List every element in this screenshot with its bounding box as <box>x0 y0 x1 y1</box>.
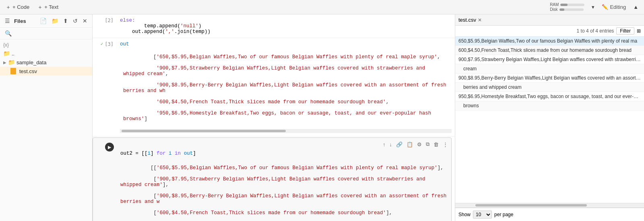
editing-status: ✏️ Editing <box>602 4 626 10</box>
sidebar-tree: {x} 📁 .. ▶ 📁 sample_data test.csv <box>0 39 92 221</box>
delete-button[interactable]: 🗑 <box>432 141 440 148</box>
top-bar-right: RAM Disk ▾ ✏️ Editing ▲ <box>550 2 641 12</box>
code-line: temp.append('null') <box>120 23 452 29</box>
editing-collapse-button[interactable]: ▲ <box>631 3 641 11</box>
ram-label: RAM <box>550 2 559 7</box>
code-line: out.append(','.join(temp)) <box>120 29 452 35</box>
top-bar-left: ＋ + Code ＋ + Text <box>3 3 61 12</box>
move-up-button[interactable]: ↑ <box>381 141 387 148</box>
data-row-4: 900,$8.95,Berry-Berry Belgian Waffles,Li… <box>455 74 644 83</box>
cell-4: ▶ ↑ ↓ 🔗 📋 ⚙ ⧉ 🗑 ⋮ out2 = [[i] for i in o… <box>93 137 452 221</box>
new-file-button[interactable]: 📄 <box>38 17 48 25</box>
right-panel-info: 1 to 4 of 4 entries Filter ⊞ <box>455 26 644 37</box>
scrollbar-thumb-right <box>475 204 587 207</box>
move-down-button[interactable]: ↓ <box>388 141 394 148</box>
columns-button[interactable]: ⊞ <box>637 28 641 34</box>
add-text-button[interactable]: ＋ + Text <box>35 3 61 12</box>
disk-row: Disk <box>550 7 584 12</box>
cell-4-gutter: ▶ <box>93 139 117 221</box>
sidebar-item-sample-data[interactable]: ▶ 📁 sample_data <box>0 58 92 67</box>
tab-close-button[interactable]: ✕ <box>478 17 482 23</box>
new-folder-button[interactable]: 📁 <box>50 17 60 25</box>
top-bar: ＋ + Code ＋ + Text RAM Disk ▾ ✏️ <box>0 0 644 14</box>
pencil-icon: ✏️ <box>602 4 608 10</box>
tab-label: test.csv <box>458 17 476 23</box>
disk-fill <box>559 8 564 11</box>
cell-3: ✓ [3] out ['650,$5.95,Belgian Waffles,Tw… <box>93 38 455 137</box>
data-row-1: 650,$5.95,Belgian Waffles,Two of our fam… <box>455 37 644 46</box>
filter-button[interactable]: Filter <box>616 27 634 35</box>
duplicate-button[interactable]: ⧉ <box>424 140 431 148</box>
data-row-3: 900,$7.95,Strawberry Belgian Waffles,Lig… <box>455 55 644 64</box>
settings-button[interactable]: ⚙ <box>415 141 423 148</box>
ram-disk-dropdown[interactable]: ▾ <box>589 3 597 11</box>
folder-up-icon: 📁 <box>3 50 10 57</box>
per-page-label: per page <box>494 212 513 217</box>
right-panel: test.csv ✕ 1 to 4 of 4 entries Filter ⊞ … <box>455 14 644 221</box>
cell-3-gutter: ✓ [3] <box>93 40 117 135</box>
ram-disk-indicators: RAM Disk <box>550 2 584 12</box>
link-button[interactable]: 🔗 <box>394 141 404 148</box>
variables-icon: {x} <box>3 42 9 48</box>
sidebar-menu-button[interactable]: ☰ <box>3 17 12 25</box>
sample-data-label: sample_data <box>17 59 46 65</box>
code-line: else: <box>120 18 452 23</box>
sidebar-item-test-csv[interactable]: test.csv <box>0 67 92 76</box>
close-sidebar-button[interactable]: ✕ <box>81 17 89 25</box>
cell-2-number: [2] <box>105 18 114 23</box>
entries-info: 1 to 4 of 4 entries <box>577 28 614 34</box>
sidebar-search-area: 🔍 <box>0 28 92 39</box>
cell-2: [2] else: temp.append('null') out.append… <box>93 14 455 38</box>
sidebar-actions: 📄 📁 ⬆ ↺ ✕ <box>38 17 89 25</box>
expand-arrow-icon: ▶ <box>3 60 6 65</box>
copy-button[interactable]: 📋 <box>405 141 415 148</box>
cell-4-toolbar: ↑ ↓ 🔗 📋 ⚙ ⧉ 🗑 ⋮ <box>117 139 451 149</box>
upload-button[interactable]: ⬆ <box>62 17 70 25</box>
cell-2-content[interactable]: else: temp.append('null') out.append(','… <box>117 16 455 36</box>
right-panel-footer: Show 10 25 50 100 per page <box>455 208 644 221</box>
cell-3-scrollbar[interactable] <box>120 129 452 133</box>
data-row-5b: browns <box>455 101 644 110</box>
cell-3-content[interactable]: out ['650,$5.95,Belgian Waffles,Two of o… <box>117 40 455 135</box>
refresh-button[interactable]: ↺ <box>71 17 79 25</box>
data-row-2: 600,$4.50,French Toast,Thick slices made… <box>455 46 644 55</box>
sidebar-header: ☰ Files 📄 📁 ⬆ ↺ ✕ <box>0 14 92 28</box>
per-page-select[interactable]: 10 25 50 100 <box>473 211 492 219</box>
data-row-5: 950,$6.95,Homestyle Breakfast,Two eggs, … <box>455 92 644 101</box>
right-panel-data: 650,$5.95,Belgian Waffles,Two of our fam… <box>455 37 644 203</box>
ram-row: RAM <box>550 2 584 7</box>
sidebar-item-parent[interactable]: 📁 .. <box>0 49 92 58</box>
file-orange-icon <box>10 68 16 74</box>
text-label: + Text <box>44 4 58 10</box>
right-panel-scrollbar[interactable] <box>455 203 644 208</box>
plus-icon: ＋ <box>37 4 43 11</box>
cell-2-gutter: [2] <box>93 16 117 36</box>
check-icon: ✓ <box>101 41 103 47</box>
notebook: [2] else: temp.append('null') out.append… <box>93 14 455 221</box>
data-row-4b: berries and whipped cream <box>455 83 644 92</box>
scrollbar-thumb <box>122 130 286 132</box>
search-icon[interactable]: 🔍 <box>3 29 13 37</box>
test-csv-label: test.csv <box>19 68 37 74</box>
cell-3-output: ['650,$5.95,Belgian Waffles,Two of our f… <box>120 47 452 129</box>
sidebar: ☰ Files 📄 📁 ⬆ ↺ ✕ 🔍 {x} 📁 .. ▶ <box>0 14 93 221</box>
code-label: + Code <box>12 4 29 10</box>
cell-3-number: [3] <box>105 41 114 47</box>
code-line: out <box>120 41 452 47</box>
disk-label: Disk <box>550 7 557 12</box>
add-code-button[interactable]: ＋ + Code <box>3 3 32 12</box>
more-button[interactable]: ⋮ <box>441 141 450 148</box>
disk-progress <box>559 8 584 11</box>
ram-fill <box>560 4 568 6</box>
main-layout: ☰ Files 📄 📁 ⬆ ↺ ✕ 🔍 {x} 📁 .. ▶ <box>0 14 644 221</box>
right-panel-header: test.csv ✕ <box>455 14 644 26</box>
sidebar-item-variables[interactable]: {x} <box>0 41 92 49</box>
code-line: out2 = [[i] for i in out] <box>120 151 448 156</box>
cell-4-body: ↑ ↓ 🔗 📋 ⚙ ⧉ 🗑 ⋮ out2 = [[i] for i in out… <box>117 139 451 221</box>
editing-label: Editing <box>610 4 626 10</box>
cell-4-code[interactable]: out2 = [[i] for i in out] <box>117 149 451 158</box>
ram-progress <box>560 4 584 6</box>
folder-icon: 📁 <box>8 59 15 65</box>
cell-4-output: [['650,$5.95,Belgian Waffles,Two of our … <box>117 158 451 221</box>
run-button[interactable]: ▶ <box>105 143 114 151</box>
